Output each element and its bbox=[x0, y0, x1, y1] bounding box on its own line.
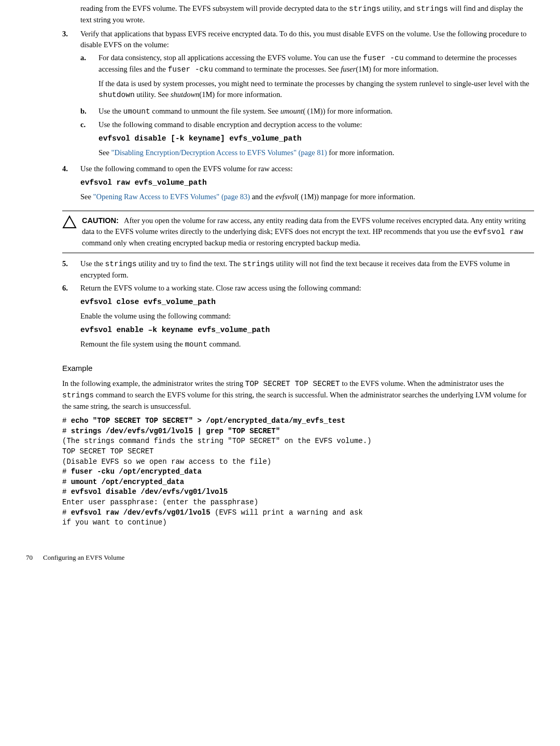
text: ( (1M)) for more information. bbox=[303, 107, 393, 115]
text: See bbox=[80, 192, 93, 201]
substep-letter: a. bbox=[80, 52, 99, 104]
manpage-ref: fuser bbox=[341, 65, 356, 73]
text: utility. See bbox=[135, 90, 171, 99]
link-disabling-encryption[interactable]: "Disabling Encryption/Decryption Access … bbox=[111, 148, 327, 157]
text: reading from the EVFS volume. The EVFS s… bbox=[80, 4, 349, 12]
text: In the following example, the administra… bbox=[62, 379, 245, 388]
step-number: 3. bbox=[62, 29, 80, 50]
text: command to unmount the file system. See bbox=[150, 107, 281, 115]
command: evfsvol close evfs_volume_path bbox=[80, 297, 534, 308]
substep-content: For data consistency, stop all applicati… bbox=[99, 52, 534, 104]
caution-label: CAUTION: bbox=[82, 216, 119, 225]
command: fuser -cku /opt/encrypted_data bbox=[71, 467, 202, 476]
text: If the data is used by system processes,… bbox=[99, 79, 529, 88]
code: fuser -cu bbox=[363, 54, 403, 62]
text: Use the bbox=[80, 259, 105, 268]
remount-para: Remount the file system using the mount … bbox=[80, 339, 534, 350]
output: (The strings command finds the string "T… bbox=[62, 437, 372, 445]
text: Enable the volume using the following co… bbox=[80, 311, 534, 322]
step-3b: b. Use the umount command to unmount the… bbox=[80, 106, 534, 117]
step-6: 6. Return the EVFS volume to a working s… bbox=[62, 283, 534, 353]
text: command to search the EVFS volume for th… bbox=[62, 391, 526, 410]
command: evfsvol enable –k keyname evfs_volume_pa… bbox=[80, 325, 534, 336]
command: echo "TOP SECRET TOP SECRET" > /opt/encr… bbox=[71, 417, 345, 425]
prompt: # bbox=[62, 467, 71, 476]
text: Return the EVFS volume to a working stat… bbox=[80, 284, 361, 292]
text: Use the following command to disable enc… bbox=[99, 120, 362, 129]
manpage-ref: umount bbox=[281, 107, 303, 115]
text: (1M) for more information. bbox=[199, 90, 282, 99]
code: umount bbox=[123, 107, 150, 116]
output: if you want to continue) bbox=[62, 518, 167, 527]
text: Remount the file system using the bbox=[80, 340, 185, 348]
substep-letter: c. bbox=[80, 119, 99, 161]
step-3: 3. Verify that applications that bypass … bbox=[62, 29, 534, 50]
intro-paragraph: reading from the EVFS volume. The EVFS s… bbox=[80, 3, 534, 25]
manpage-ref: evfsvol bbox=[276, 192, 297, 201]
see-also: See "Opening Raw Access to EVFS Volumes"… bbox=[80, 191, 534, 202]
caution-block: CAUTION: After you open the volume for r… bbox=[62, 211, 534, 253]
example-heading: Example bbox=[62, 363, 534, 374]
text: Use the bbox=[99, 107, 123, 115]
footer-title: Configuring an EVFS Volume bbox=[43, 554, 124, 561]
text: to the EVFS volume. When the administrat… bbox=[340, 379, 504, 388]
output: Enter user passphrase: (enter the passph… bbox=[62, 498, 258, 506]
code: evfsvol raw bbox=[473, 228, 523, 236]
text: (1M) for more information. bbox=[356, 65, 438, 73]
step-content: Return the EVFS volume to a working stat… bbox=[80, 283, 534, 353]
caution-icon bbox=[62, 215, 77, 248]
link-opening-raw[interactable]: "Opening Raw Access to EVFS Volumes" (pa… bbox=[93, 192, 250, 201]
prompt: # bbox=[62, 478, 71, 486]
code: strings bbox=[349, 5, 381, 13]
svg-marker-0 bbox=[63, 216, 76, 228]
prompt: # bbox=[62, 417, 71, 425]
text: command only when creating encrypted bac… bbox=[82, 239, 360, 247]
prompt: # bbox=[62, 427, 71, 435]
code: strings bbox=[243, 260, 274, 268]
command: umount /opt/encrypted_data bbox=[71, 478, 184, 486]
code: fuser -cku bbox=[168, 65, 213, 74]
text: for more information. bbox=[327, 148, 395, 157]
comment: (Disable EVFS so we open raw access to t… bbox=[62, 458, 271, 466]
step-text: Verify that applications that bypass EVF… bbox=[80, 29, 534, 50]
code-block: # echo "TOP SECRET TOP SECRET" > /opt/en… bbox=[62, 416, 534, 528]
substep-para: If the data is used by system processes,… bbox=[99, 78, 534, 101]
code: mount bbox=[185, 340, 207, 349]
step-3c: c. Use the following command to disable … bbox=[80, 119, 534, 161]
caution-text: CAUTION: After you open the volume for r… bbox=[82, 215, 534, 248]
text: See bbox=[99, 148, 111, 157]
step-content: Use the strings utility and try to find … bbox=[80, 258, 534, 281]
text: command to terminate the processes. See bbox=[213, 65, 341, 73]
code: strings bbox=[62, 391, 94, 399]
command: evfsvol disable [-k keyname] evfs_volume… bbox=[99, 133, 534, 144]
page-footer: 70Configuring an EVFS Volume bbox=[0, 553, 560, 563]
prompt: # bbox=[62, 488, 71, 496]
text: For data consistency, stop all applicati… bbox=[99, 53, 363, 62]
text: After you open the volume for raw access… bbox=[82, 216, 526, 236]
code: shutdown bbox=[99, 91, 135, 99]
step-number: 6. bbox=[62, 283, 80, 353]
text: utility, and bbox=[381, 4, 416, 12]
command: evfsvol disable /dev/evfs/vg01/lvol5 bbox=[71, 488, 228, 496]
output: (EVFS will print a warning and ask bbox=[211, 508, 363, 517]
text: Use the following command to open the EV… bbox=[80, 164, 293, 173]
substep-letter: b. bbox=[80, 106, 99, 117]
step-3a: a. For data consistency, stop all applic… bbox=[80, 52, 534, 104]
step-5: 5. Use the strings utility and try to fi… bbox=[62, 258, 534, 281]
see-also: See "Disabling Encryption/Decryption Acc… bbox=[99, 147, 534, 158]
text: and the bbox=[250, 192, 276, 201]
code: strings bbox=[416, 5, 448, 13]
substep-content: Use the umount command to unmount the fi… bbox=[99, 106, 534, 117]
text: ( (1M)) manpage for more information. bbox=[297, 192, 415, 201]
step-number: 5. bbox=[62, 258, 80, 281]
command: evfsvol raw evfs_volume_path bbox=[80, 177, 534, 188]
substep-content: Use the following command to disable enc… bbox=[99, 119, 534, 161]
code: TOP SECRET TOP SECRET bbox=[245, 380, 340, 388]
page-number: 70 bbox=[26, 554, 33, 561]
text: command. bbox=[207, 340, 241, 348]
step-4: 4. Use the following command to open the… bbox=[62, 163, 534, 205]
command: strings /dev/evfs/vg01/lvol5 | grep "TOP… bbox=[71, 427, 280, 435]
example-paragraph: In the following example, the administra… bbox=[62, 378, 534, 412]
command: evfsvol raw /dev/evfs/vg01/lvol5 bbox=[71, 508, 211, 517]
manpage-ref: shutdown bbox=[171, 90, 200, 99]
